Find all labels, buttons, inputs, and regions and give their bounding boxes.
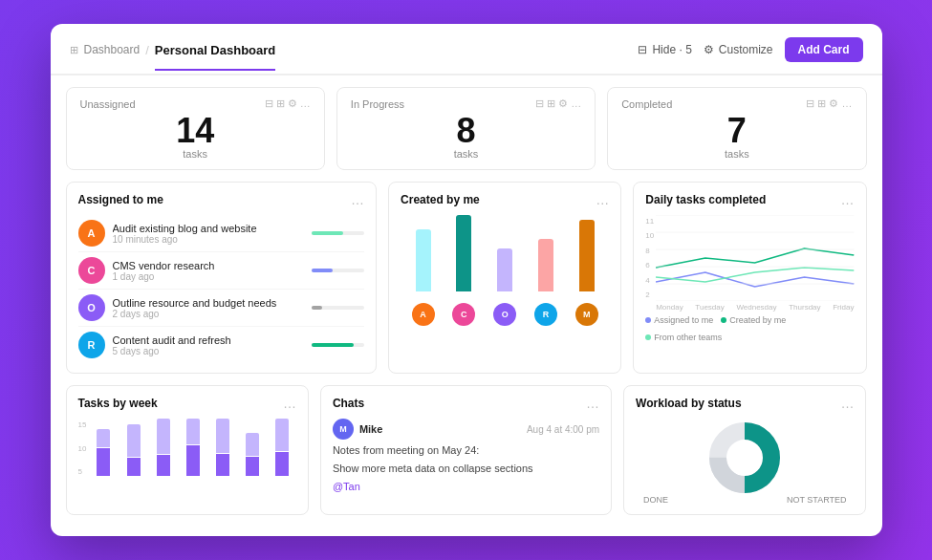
- task-info: CMS vendor research 1 day ago: [113, 260, 305, 282]
- workload-menu[interactable]: …: [840, 396, 854, 411]
- task-avatar: A: [78, 220, 105, 247]
- bar: [416, 229, 431, 291]
- week-bar-dark: [97, 448, 110, 476]
- week-bar-group: [91, 419, 116, 476]
- y-axis-label: 6: [645, 261, 654, 269]
- content: Unassigned ⊟ ⊞ ⚙ … 14 tasks In Progress …: [51, 75, 882, 527]
- week-bar-group: [270, 419, 294, 476]
- chat-line2: Show more meta data on collapse sections: [333, 462, 599, 476]
- week-bar-light: [97, 429, 110, 447]
- breadcrumb: ⊞ Dashboard / Personal Dashboard: [70, 43, 276, 69]
- week-y-10: 10: [78, 444, 87, 453]
- week-bar-light: [157, 419, 170, 454]
- created-bar-chart: [401, 215, 609, 291]
- customize-icon: ⚙: [704, 43, 714, 56]
- y-axis-label: 8: [645, 247, 654, 255]
- stat-card-unassigned: Unassigned ⊟ ⊞ ⚙ … 14 tasks: [66, 87, 325, 170]
- stat-number-0: 14: [80, 114, 311, 148]
- stat-number-2: 7: [621, 114, 852, 148]
- task-avatar: O: [78, 294, 105, 321]
- week-bar-dark: [216, 454, 229, 476]
- top-actions: ⊟ Hide · 5 ⚙ Customize Add Card: [638, 37, 862, 74]
- week-bar-group: [181, 419, 206, 476]
- task-progress-bar: [312, 231, 364, 235]
- legend-dot: [721, 317, 726, 323]
- bar-chart-avatar: A: [412, 303, 435, 326]
- customize-button[interactable]: ⚙ Customize: [704, 43, 773, 56]
- main-container: ⊞ Dashboard / Personal Dashboard ⊟ Hide …: [51, 24, 882, 536]
- chart-legend: Assigned to meCreated by meFrom other te…: [645, 315, 854, 342]
- task-name: Content audit and refresh: [113, 334, 305, 346]
- stat-sublabel-0: tasks: [80, 148, 311, 160]
- bar-group: [568, 215, 605, 291]
- assigned-menu[interactable]: …: [351, 192, 364, 207]
- stat-sublabel-1: tasks: [351, 148, 581, 160]
- chats-title: Chats: [333, 397, 364, 410]
- done-label: DONE: [643, 495, 668, 505]
- legend-dot: [645, 317, 651, 323]
- donut-chart: [702, 421, 788, 493]
- bar: [579, 220, 595, 291]
- chat-avatar: M: [333, 419, 354, 440]
- bar-group: [487, 215, 524, 291]
- assigned-title: Assigned to me: [78, 193, 163, 206]
- created-menu[interactable]: …: [596, 192, 609, 207]
- week-menu[interactable]: …: [283, 396, 296, 411]
- breadcrumb-current: Personal Dashboard: [155, 43, 275, 71]
- legend-label: Assigned to me: [654, 315, 713, 325]
- task-info: Content audit and refresh 5 days ago: [113, 334, 305, 356]
- hide-button[interactable]: ⊟ Hide · 5: [638, 43, 691, 56]
- workload-card: Workload by status … DONE NOT STARTED: [623, 385, 866, 515]
- task-bar-fill: [312, 343, 354, 347]
- week-chart: [89, 419, 295, 476]
- task-bar-fill: [312, 306, 322, 310]
- legend-label: Created by me: [729, 315, 786, 325]
- task-list: A Audit existing blog and website 10 min…: [78, 215, 365, 363]
- bottom-row: Tasks by week … 15 10 5: [66, 385, 867, 515]
- task-name: CMS vendor research: [113, 260, 305, 271]
- daily-menu[interactable]: …: [841, 192, 855, 207]
- y-axis: 11108642: [645, 215, 654, 301]
- stat-card-inprogress: In Progress ⊟ ⊞ ⚙ … 8 tasks: [336, 87, 596, 170]
- week-bar-dark: [186, 445, 200, 476]
- chats-card: Chats … M Mike Aug 4 at 4:00 pm Notes fr…: [320, 385, 612, 515]
- line-chart: [656, 215, 854, 301]
- bar-group: [528, 215, 565, 291]
- not-started-label: NOT STARTED: [787, 495, 847, 505]
- stat-card-completed: Completed ⊟ ⊞ ⚙ … 7 tasks: [607, 87, 866, 170]
- task-time: 1 day ago: [113, 271, 305, 282]
- hide-icon: ⊟: [638, 43, 647, 56]
- chat-user: M Mike: [333, 419, 382, 440]
- week-y-15: 15: [78, 420, 87, 429]
- stat-icons-0: ⊟ ⊞ ⚙ …: [265, 97, 311, 110]
- chat-mention: @Tan: [333, 481, 599, 492]
- task-avatar: C: [78, 257, 105, 284]
- breadcrumb-parent: Dashboard: [84, 43, 141, 56]
- bar-chart-avatar: R: [534, 303, 557, 326]
- y-axis-label: 11: [645, 217, 654, 226]
- add-card-button[interactable]: Add Card: [785, 37, 863, 62]
- middle-row: Assigned to me … A Audit existing blog a…: [66, 182, 867, 374]
- chats-menu[interactable]: …: [586, 396, 599, 411]
- x-axis-label: Monday: [656, 303, 683, 312]
- chat-time: Aug 4 at 4:00 pm: [527, 424, 599, 435]
- donut-container: [636, 419, 854, 495]
- task-time: 5 days ago: [113, 346, 305, 356]
- task-name: Outline resource and budget needs: [113, 297, 305, 309]
- donut-labels: DONE NOT STARTED: [636, 495, 854, 505]
- chat-item: M Mike Aug 4 at 4:00 pm Notes from meeti…: [333, 419, 599, 492]
- daily-chart-wrapper: 11108642: [645, 215, 854, 312]
- bar-group: [404, 215, 442, 291]
- chat-username: Mike: [359, 423, 382, 435]
- task-progress-bar: [312, 306, 364, 310]
- week-y-axis: 15 10 5: [78, 419, 90, 476]
- task-progress-bar: [312, 269, 364, 272]
- week-bar-light: [127, 424, 141, 457]
- x-axis: MondayTuesdayWednesdayThursdayFriday: [656, 303, 854, 312]
- week-y-5: 5: [78, 467, 87, 476]
- bar: [538, 239, 553, 291]
- week-bar-group: [210, 419, 235, 476]
- top-bar: ⊞ Dashboard / Personal Dashboard ⊟ Hide …: [51, 24, 882, 75]
- chart-area: MondayTuesdayWednesdayThursdayFriday: [656, 215, 854, 312]
- task-item: O Outline resource and budget needs 2 da…: [78, 290, 365, 327]
